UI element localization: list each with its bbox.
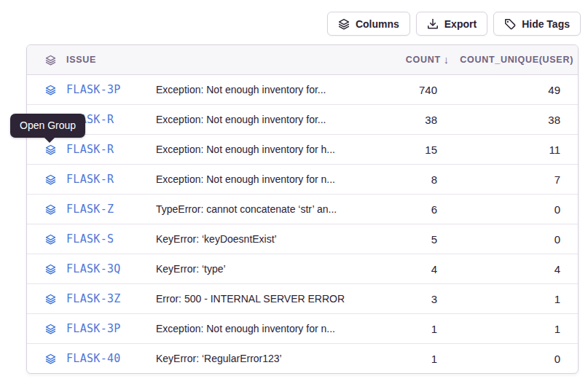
count-value: 1: [350, 314, 459, 343]
stack-icon: [45, 353, 56, 364]
issue-id: FLASK-S: [66, 232, 114, 246]
count-unique-value: 49: [459, 75, 578, 104]
stack-icon: [45, 144, 56, 155]
tooltip-caret: [44, 138, 55, 143]
issue-title: Exception: Not enough inventory for n...: [156, 165, 350, 194]
count-unique-value: 7: [459, 165, 578, 194]
issue-id: FLASK-R: [66, 173, 114, 186]
stack-icon: [45, 264, 56, 275]
count-value: 38: [350, 105, 459, 134]
table-row: FLASK-S KeyError: ‘keyDoesntExist’ 5 0: [27, 224, 578, 254]
columns-button[interactable]: Columns: [327, 12, 410, 36]
issue-link[interactable]: FLASK-3Q: [27, 254, 156, 283]
tag-icon: [504, 18, 516, 30]
header-count-label: COUNT: [406, 55, 441, 65]
count-value: 6: [350, 195, 459, 224]
open-group-tooltip: Open Group: [10, 114, 85, 138]
issue-id: FLASK-3P: [66, 322, 121, 335]
toolbar: Columns Export Hide Tags: [327, 12, 581, 36]
table-row: FLASK-40 KeyError: ‘RegularError123’ 1 0: [27, 343, 578, 373]
count-value: 15: [350, 135, 459, 164]
issue-title: Exception: Not enough inventory for...: [156, 75, 350, 104]
issue-title: KeyError: ‘RegularError123’: [156, 344, 350, 373]
issue-link[interactable]: FLASK-Z: [27, 195, 156, 224]
issue-title: KeyError: ‘type’: [156, 254, 350, 283]
issue-title: TypeError: cannot concatenate ‘str’ an..…: [156, 195, 350, 224]
header-count-unique-label: COUNT_UNIQUE(USER): [460, 55, 573, 65]
table-row: FLASK-R Exception: Not enough inventory …: [27, 164, 578, 194]
issue-id: FLASK-Z: [66, 203, 114, 216]
tooltip-label: Open Group: [20, 119, 76, 131]
issue-id: FLASK-3Q: [66, 262, 121, 275]
table-row: FLASK-3P Exception: Not enough inventory…: [27, 75, 578, 104]
export-button-label: Export: [444, 18, 477, 30]
table-row: FLASK-Z TypeError: cannot concatenate ‘s…: [27, 194, 578, 224]
download-icon: [427, 18, 439, 30]
count-value: 740: [350, 75, 459, 104]
count-value: 1: [350, 344, 459, 373]
issue-id: FLASK-3P: [66, 83, 121, 96]
issue-id: FLASK-40: [66, 352, 121, 365]
issue-link[interactable]: FLASK-40: [27, 344, 156, 373]
issue-title: Error: 500 - INTERNAL SERVER ERROR: [156, 284, 350, 313]
table-header: ISSUE COUNT ↓ COUNT_UNIQUE(USER): [27, 45, 578, 75]
table-row: FLASK-3P Exception: Not enough inventory…: [27, 313, 578, 343]
stack-icon: [45, 294, 56, 305]
sort-descending-icon: ↓: [444, 54, 449, 66]
stack-icon: [45, 85, 56, 95]
stack-icon: [338, 18, 350, 30]
table-body: FLASK-3P Exception: Not enough inventory…: [27, 75, 578, 373]
issue-id: FLASK-R: [66, 143, 114, 156]
issue-link[interactable]: FLASK-3P: [27, 314, 156, 343]
header-count-unique[interactable]: COUNT_UNIQUE(USER): [459, 45, 578, 74]
stack-icon: [45, 55, 56, 66]
table-row: FLASK-3Z Error: 500 - INTERNAL SERVER ER…: [27, 283, 578, 313]
count-unique-value: 1: [459, 314, 578, 343]
page: Columns Export Hide Tags ISSUE COUNT ↓ C…: [0, 0, 588, 392]
issue-link[interactable]: FLASK-3Z: [27, 284, 156, 313]
issues-table: ISSUE COUNT ↓ COUNT_UNIQUE(USER) FLASK-3…: [26, 44, 579, 374]
issue-title: KeyError: ‘keyDoesntExist’: [156, 224, 350, 254]
issue-title: Exception: Not enough inventory for n...: [156, 314, 350, 343]
header-count[interactable]: COUNT ↓: [350, 45, 459, 74]
count-value: 4: [350, 254, 459, 283]
issue-link[interactable]: FLASK-S: [27, 224, 156, 254]
stack-icon: [45, 324, 56, 334]
issue-link[interactable]: FLASK-3P: [27, 75, 156, 104]
count-unique-value: 38: [459, 105, 578, 134]
count-value: 8: [350, 165, 459, 194]
count-value: 3: [350, 284, 459, 313]
header-issue[interactable]: ISSUE: [27, 45, 156, 74]
columns-button-label: Columns: [356, 18, 399, 30]
stack-icon: [45, 234, 56, 245]
hide-tags-button[interactable]: Hide Tags: [493, 12, 581, 36]
export-button[interactable]: Export: [416, 12, 487, 36]
count-unique-value: 1: [459, 284, 578, 313]
hide-tags-button-label: Hide Tags: [522, 18, 570, 30]
count-unique-value: 4: [459, 254, 578, 283]
count-unique-value: 0: [459, 224, 578, 254]
issue-id: FLASK-3Z: [66, 292, 121, 305]
count-unique-value: 0: [459, 344, 578, 373]
table-row: FLASK-3Q KeyError: ‘type’ 4 4: [27, 254, 578, 283]
table-row: FLASK-R Exception: Not enough inventory …: [27, 134, 578, 164]
issue-title: Exception: Not enough inventory for...: [156, 105, 350, 134]
stack-icon: [45, 174, 56, 185]
count-unique-value: 11: [459, 135, 578, 164]
count-unique-value: 0: [459, 195, 578, 224]
header-title-spacer: [156, 45, 350, 74]
header-issue-label: ISSUE: [66, 55, 96, 65]
issue-title: Exception: Not enough inventory for h...: [156, 135, 350, 164]
table-row: FLASK-R Exception: Not enough inventory …: [27, 104, 578, 134]
issue-link[interactable]: FLASK-R: [27, 165, 156, 194]
stack-icon: [45, 204, 56, 215]
count-value: 5: [350, 224, 459, 254]
